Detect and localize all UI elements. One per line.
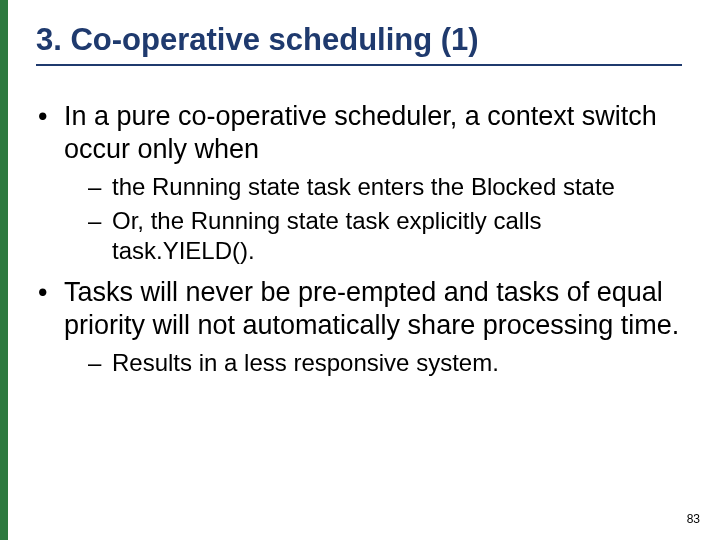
bullet-item: In a pure co-operative scheduler, a cont… <box>36 100 684 266</box>
bullet-text: Tasks will never be pre-empted and tasks… <box>64 277 679 340</box>
sub-bullet-item: Results in a less responsive system. <box>64 348 684 378</box>
slide-content: 3. Co-operative scheduling (1) In a pure… <box>0 0 720 540</box>
sub-bullet-item: Or, the Running state task explicitly ca… <box>64 206 684 266</box>
sub-bullet-item: the Running state task enters the Blocke… <box>64 172 684 202</box>
title-underline <box>36 64 682 66</box>
sub-bullet-list: the Running state task enters the Blocke… <box>64 172 684 266</box>
page-number: 83 <box>687 512 700 526</box>
bullet-list: In a pure co-operative scheduler, a cont… <box>36 100 684 378</box>
bullet-item: Tasks will never be pre-empted and tasks… <box>36 276 684 378</box>
sub-bullet-list: Results in a less responsive system. <box>64 348 684 378</box>
slide-title: 3. Co-operative scheduling (1) <box>36 22 684 58</box>
bullet-text: In a pure co-operative scheduler, a cont… <box>64 101 657 164</box>
